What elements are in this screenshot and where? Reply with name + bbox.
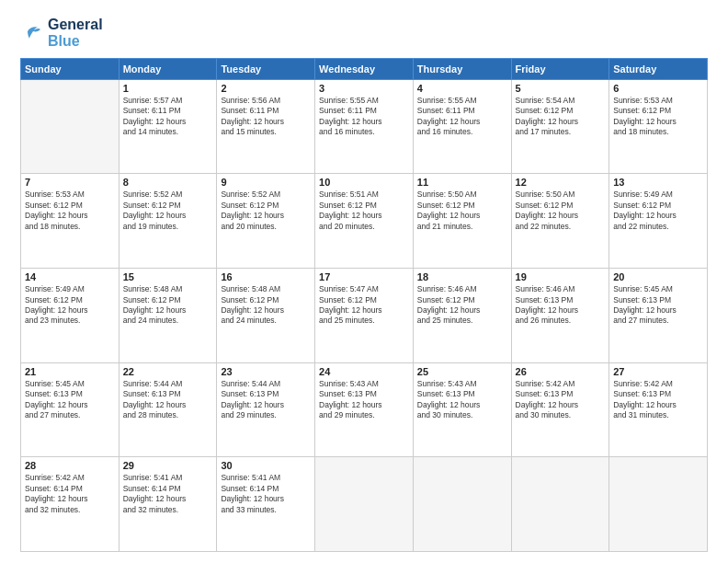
cell-info: Sunrise: 5:45 AM Sunset: 6:13 PM Dayligh… bbox=[25, 379, 115, 421]
calendar: SundayMondayTuesdayWednesdayThursdayFrid… bbox=[20, 58, 708, 552]
cell-info: Sunrise: 5:48 AM Sunset: 6:12 PM Dayligh… bbox=[221, 284, 311, 327]
weekday-header: Monday bbox=[119, 58, 217, 79]
calendar-cell: 13Sunrise: 5:49 AM Sunset: 6:12 PM Dayli… bbox=[609, 174, 708, 269]
cell-info: Sunrise: 5:49 AM Sunset: 6:12 PM Dayligh… bbox=[613, 190, 703, 232]
cell-info: Sunrise: 5:44 AM Sunset: 6:13 PM Dayligh… bbox=[123, 379, 213, 421]
calendar-cell: 29Sunrise: 5:41 AM Sunset: 6:14 PM Dayli… bbox=[119, 457, 217, 552]
calendar-week-row: 7Sunrise: 5:53 AM Sunset: 6:12 PM Daylig… bbox=[21, 174, 708, 269]
calendar-cell: 10Sunrise: 5:51 AM Sunset: 6:12 PM Dayli… bbox=[315, 174, 414, 269]
cell-info: Sunrise: 5:42 AM Sunset: 6:14 PM Dayligh… bbox=[25, 473, 115, 515]
day-number: 20 bbox=[613, 271, 703, 282]
calendar-cell: 2Sunrise: 5:56 AM Sunset: 6:11 PM Daylig… bbox=[217, 79, 315, 174]
day-number: 1 bbox=[123, 83, 213, 94]
logo-general: General bbox=[48, 17, 103, 33]
weekday-header: Thursday bbox=[413, 58, 511, 79]
calendar-cell bbox=[21, 79, 119, 174]
calendar-cell: 27Sunrise: 5:42 AM Sunset: 6:13 PM Dayli… bbox=[609, 362, 708, 457]
logo-text: GeneralBlue bbox=[48, 17, 103, 51]
day-number: 8 bbox=[123, 177, 213, 188]
day-number: 22 bbox=[123, 366, 213, 377]
cell-info: Sunrise: 5:50 AM Sunset: 6:12 PM Dayligh… bbox=[417, 190, 507, 232]
weekday-header: Saturday bbox=[609, 58, 708, 79]
calendar-cell: 30Sunrise: 5:41 AM Sunset: 6:14 PM Dayli… bbox=[217, 457, 315, 552]
cell-info: Sunrise: 5:55 AM Sunset: 6:11 PM Dayligh… bbox=[319, 96, 409, 138]
cell-info: Sunrise: 5:46 AM Sunset: 6:13 PM Dayligh… bbox=[516, 284, 606, 327]
cell-info: Sunrise: 5:57 AM Sunset: 6:11 PM Dayligh… bbox=[123, 96, 213, 138]
calendar-cell: 16Sunrise: 5:48 AM Sunset: 6:12 PM Dayli… bbox=[217, 269, 315, 363]
day-number: 18 bbox=[417, 271, 507, 282]
day-number: 11 bbox=[417, 177, 507, 188]
day-number: 2 bbox=[221, 83, 311, 94]
cell-info: Sunrise: 5:41 AM Sunset: 6:14 PM Dayligh… bbox=[123, 473, 213, 515]
header: GeneralBlue bbox=[20, 17, 708, 51]
calendar-cell bbox=[315, 457, 414, 552]
calendar-cell: 23Sunrise: 5:44 AM Sunset: 6:13 PM Dayli… bbox=[217, 362, 315, 457]
calendar-cell: 1Sunrise: 5:57 AM Sunset: 6:11 PM Daylig… bbox=[119, 79, 217, 174]
cell-info: Sunrise: 5:45 AM Sunset: 6:13 PM Dayligh… bbox=[613, 284, 703, 327]
calendar-week-row: 1Sunrise: 5:57 AM Sunset: 6:11 PM Daylig… bbox=[21, 79, 708, 174]
calendar-cell: 9Sunrise: 5:52 AM Sunset: 6:12 PM Daylig… bbox=[217, 174, 315, 269]
calendar-cell: 22Sunrise: 5:44 AM Sunset: 6:13 PM Dayli… bbox=[119, 362, 217, 457]
day-number: 15 bbox=[123, 271, 213, 282]
day-number: 12 bbox=[516, 177, 606, 188]
calendar-cell bbox=[609, 457, 708, 552]
day-number: 23 bbox=[221, 366, 311, 377]
cell-info: Sunrise: 5:48 AM Sunset: 6:12 PM Dayligh… bbox=[123, 284, 213, 327]
calendar-cell: 21Sunrise: 5:45 AM Sunset: 6:13 PM Dayli… bbox=[21, 362, 119, 457]
cell-info: Sunrise: 5:52 AM Sunset: 6:12 PM Dayligh… bbox=[221, 190, 311, 232]
weekday-header: Friday bbox=[511, 58, 609, 79]
calendar-week-row: 21Sunrise: 5:45 AM Sunset: 6:13 PM Dayli… bbox=[21, 362, 708, 457]
calendar-cell: 3Sunrise: 5:55 AM Sunset: 6:11 PM Daylig… bbox=[315, 79, 414, 174]
calendar-cell: 17Sunrise: 5:47 AM Sunset: 6:12 PM Dayli… bbox=[315, 269, 414, 363]
calendar-week-row: 14Sunrise: 5:49 AM Sunset: 6:12 PM Dayli… bbox=[21, 269, 708, 363]
calendar-cell: 11Sunrise: 5:50 AM Sunset: 6:12 PM Dayli… bbox=[413, 174, 511, 269]
cell-info: Sunrise: 5:41 AM Sunset: 6:14 PM Dayligh… bbox=[221, 473, 311, 515]
day-number: 27 bbox=[613, 366, 703, 377]
calendar-cell bbox=[413, 457, 511, 552]
calendar-cell: 28Sunrise: 5:42 AM Sunset: 6:14 PM Dayli… bbox=[21, 457, 119, 552]
logo: GeneralBlue bbox=[20, 17, 103, 51]
calendar-cell bbox=[511, 457, 609, 552]
day-number: 10 bbox=[319, 177, 409, 188]
weekday-header: Tuesday bbox=[217, 58, 315, 79]
day-number: 17 bbox=[319, 271, 409, 282]
calendar-cell: 25Sunrise: 5:43 AM Sunset: 6:13 PM Dayli… bbox=[413, 362, 511, 457]
cell-info: Sunrise: 5:55 AM Sunset: 6:11 PM Dayligh… bbox=[417, 96, 507, 138]
day-number: 25 bbox=[417, 366, 507, 377]
day-number: 29 bbox=[123, 460, 213, 471]
cell-info: Sunrise: 5:49 AM Sunset: 6:12 PM Dayligh… bbox=[25, 284, 115, 327]
cell-info: Sunrise: 5:56 AM Sunset: 6:11 PM Dayligh… bbox=[221, 96, 311, 138]
day-number: 9 bbox=[221, 177, 311, 188]
day-number: 21 bbox=[25, 366, 115, 377]
calendar-cell: 26Sunrise: 5:42 AM Sunset: 6:13 PM Dayli… bbox=[511, 362, 609, 457]
day-number: 5 bbox=[516, 83, 606, 94]
calendar-cell: 20Sunrise: 5:45 AM Sunset: 6:13 PM Dayli… bbox=[609, 269, 708, 363]
cell-info: Sunrise: 5:53 AM Sunset: 6:12 PM Dayligh… bbox=[613, 96, 703, 138]
cell-info: Sunrise: 5:46 AM Sunset: 6:12 PM Dayligh… bbox=[417, 284, 507, 327]
cell-info: Sunrise: 5:50 AM Sunset: 6:12 PM Dayligh… bbox=[516, 190, 606, 232]
weekday-header-row: SundayMondayTuesdayWednesdayThursdayFrid… bbox=[21, 58, 708, 79]
calendar-cell: 12Sunrise: 5:50 AM Sunset: 6:12 PM Dayli… bbox=[511, 174, 609, 269]
cell-info: Sunrise: 5:47 AM Sunset: 6:12 PM Dayligh… bbox=[319, 284, 409, 327]
cell-info: Sunrise: 5:53 AM Sunset: 6:12 PM Dayligh… bbox=[25, 190, 115, 232]
calendar-cell: 24Sunrise: 5:43 AM Sunset: 6:13 PM Dayli… bbox=[315, 362, 414, 457]
weekday-header: Sunday bbox=[21, 58, 119, 79]
calendar-cell: 18Sunrise: 5:46 AM Sunset: 6:12 PM Dayli… bbox=[413, 269, 511, 363]
calendar-cell: 8Sunrise: 5:52 AM Sunset: 6:12 PM Daylig… bbox=[119, 174, 217, 269]
cell-info: Sunrise: 5:43 AM Sunset: 6:13 PM Dayligh… bbox=[417, 379, 507, 421]
cell-info: Sunrise: 5:54 AM Sunset: 6:12 PM Dayligh… bbox=[516, 96, 606, 138]
day-number: 4 bbox=[417, 83, 507, 94]
calendar-cell: 7Sunrise: 5:53 AM Sunset: 6:12 PM Daylig… bbox=[21, 174, 119, 269]
day-number: 19 bbox=[516, 271, 606, 282]
calendar-cell: 4Sunrise: 5:55 AM Sunset: 6:11 PM Daylig… bbox=[413, 79, 511, 174]
day-number: 7 bbox=[25, 177, 115, 188]
calendar-cell: 6Sunrise: 5:53 AM Sunset: 6:12 PM Daylig… bbox=[609, 79, 708, 174]
cell-info: Sunrise: 5:42 AM Sunset: 6:13 PM Dayligh… bbox=[613, 379, 703, 421]
calendar-cell: 19Sunrise: 5:46 AM Sunset: 6:13 PM Dayli… bbox=[511, 269, 609, 363]
cell-info: Sunrise: 5:44 AM Sunset: 6:13 PM Dayligh… bbox=[221, 379, 311, 421]
day-number: 24 bbox=[319, 366, 409, 377]
calendar-cell: 5Sunrise: 5:54 AM Sunset: 6:12 PM Daylig… bbox=[511, 79, 609, 174]
day-number: 13 bbox=[613, 177, 703, 188]
weekday-header: Wednesday bbox=[315, 58, 414, 79]
page: GeneralBlue SundayMondayTuesdayWednesday… bbox=[0, 0, 728, 563]
